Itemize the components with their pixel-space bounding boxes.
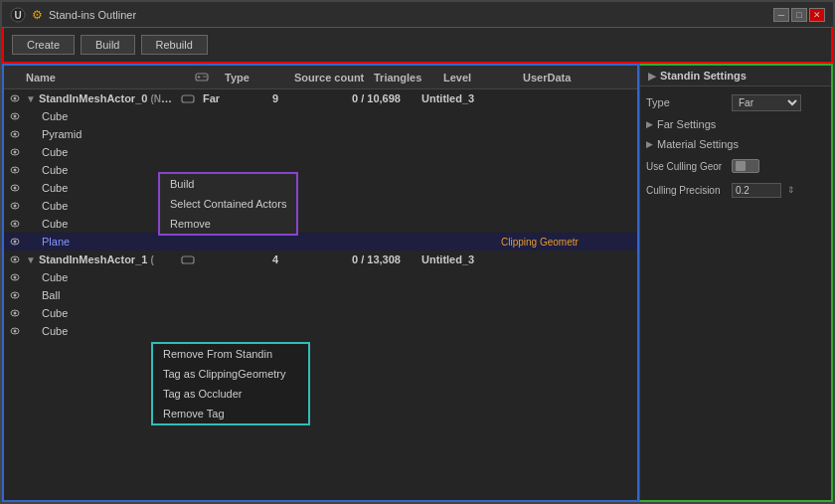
- svg-point-21: [14, 205, 17, 208]
- ctx-build[interactable]: Build: [160, 174, 296, 194]
- table-row[interactable]: Cube: [4, 179, 637, 197]
- use-culling-label: Use Culling Geor: [646, 161, 726, 172]
- svg-text:U: U: [14, 10, 21, 21]
- ue-logo: U: [10, 7, 26, 23]
- table-row[interactable]: Cube: [4, 107, 637, 125]
- row-name: Cube: [26, 164, 173, 176]
- type-row: Type Far Near: [646, 92, 825, 112]
- eye-icon: [10, 220, 20, 228]
- row-name: ▼ StandInMeshActor_1 (: [26, 253, 173, 265]
- table-row[interactable]: Cube: [4, 161, 637, 179]
- row-sourcecount: 9: [272, 92, 352, 104]
- far-settings-label: Far Settings: [657, 118, 716, 130]
- settings-content: Type Far Near ▶ Far Settings ▶ Material …: [640, 86, 831, 206]
- ctx-tag-clipping[interactable]: Tag as ClippingGeometry: [153, 364, 308, 384]
- row-triangles: 0 / 10,698: [352, 92, 421, 104]
- row-name: Cube: [26, 218, 173, 230]
- toggle-thumb: [736, 161, 746, 171]
- window-title: Stand-ins Outliner: [49, 9, 773, 21]
- visibility-toggle[interactable]: [8, 127, 22, 141]
- visibility-toggle[interactable]: [8, 181, 22, 195]
- eye-icon: [10, 148, 20, 156]
- eye-icon: [10, 291, 20, 299]
- gamepad-icon: [181, 91, 195, 105]
- svg-point-36: [14, 330, 17, 333]
- table-row[interactable]: Cube: [4, 322, 637, 340]
- svg-point-6: [205, 76, 207, 78]
- toolbar: Create Build Rebuild: [2, 28, 833, 64]
- culling-precision-input[interactable]: [732, 183, 781, 198]
- visibility-toggle[interactable]: [8, 91, 22, 105]
- title-bar: U ⚙ Stand-ins Outliner ─ □ ✕: [2, 2, 833, 28]
- build-button[interactable]: Build: [81, 35, 134, 55]
- main-window: U ⚙ Stand-ins Outliner ─ □ ✕ Create Buil…: [0, 0, 835, 504]
- close-button[interactable]: ✕: [809, 8, 825, 22]
- context-menu-top: Build Select Contained Actors Remove: [158, 172, 298, 236]
- eye-icon: [10, 184, 20, 192]
- visibility-toggle[interactable]: [8, 145, 22, 159]
- row-triangles: 0 / 13,308: [352, 253, 421, 265]
- table-row[interactable]: ▼ StandInMeshActor_0 (Not bu Far 9 0 / 1…: [4, 89, 637, 107]
- visibility-toggle[interactable]: [8, 163, 22, 177]
- visibility-toggle[interactable]: [8, 306, 22, 320]
- visibility-toggle[interactable]: [8, 252, 22, 266]
- standin-settings-panel: ▶ Standin Settings Type Far Near ▶ Far S…: [639, 64, 833, 502]
- table-row[interactable]: Cube: [4, 268, 637, 286]
- svg-point-15: [14, 151, 17, 154]
- table-row[interactable]: Pyramid: [4, 125, 637, 143]
- visibility-toggle[interactable]: [8, 217, 22, 231]
- col-header-icon: [195, 70, 225, 85]
- row-type: Far: [203, 92, 272, 104]
- table-row[interactable]: Cube: [4, 304, 637, 322]
- svg-point-25: [14, 241, 17, 244]
- culling-precision-label: Culling Precision: [646, 185, 726, 196]
- visibility-toggle[interactable]: [8, 288, 22, 302]
- minimize-button[interactable]: ─: [773, 8, 789, 22]
- row-name: Cube: [26, 307, 173, 319]
- context-menu-bottom: Remove From Standin Tag as ClippingGeome…: [151, 342, 310, 425]
- settings-panel-title: ▶ Standin Settings: [640, 66, 831, 86]
- visibility-toggle[interactable]: [8, 235, 22, 249]
- type-select[interactable]: Far Near: [732, 94, 801, 111]
- visibility-toggle[interactable]: [8, 109, 22, 123]
- material-settings-section[interactable]: ▶ Material Settings: [646, 136, 825, 152]
- ctx-tag-occluder[interactable]: Tag as Occluder: [153, 384, 308, 404]
- create-button[interactable]: Create: [12, 35, 75, 55]
- visibility-toggle[interactable]: [8, 270, 22, 284]
- col-header-triangles: Triangles: [374, 72, 443, 84]
- eye-icon: [10, 273, 20, 281]
- row-name: Cube: [26, 200, 173, 212]
- ctx-remove-tag[interactable]: Remove Tag: [153, 404, 308, 423]
- use-culling-toggle[interactable]: [732, 159, 759, 173]
- plane-row[interactable]: Plane Clipping Geometr: [4, 233, 637, 251]
- visibility-toggle[interactable]: [8, 324, 22, 338]
- col-header-type: Type: [225, 72, 294, 84]
- visibility-toggle[interactable]: [8, 199, 22, 213]
- eye-icon: [10, 202, 20, 210]
- ctx-remove-from-standin[interactable]: Remove From Standin: [153, 344, 308, 364]
- far-settings-section[interactable]: ▶ Far Settings: [646, 116, 825, 132]
- rebuild-button[interactable]: Rebuild: [141, 35, 208, 55]
- material-settings-arrow: ▶: [646, 139, 653, 149]
- eye-icon: [10, 94, 20, 102]
- ctx-remove[interactable]: Remove: [160, 214, 296, 234]
- table-header: Name Type Source count Triangles Level U…: [4, 66, 637, 89]
- table-row[interactable]: Ball: [4, 286, 637, 304]
- culling-precision-row: Culling Precision ⇕: [646, 180, 825, 200]
- eye-icon: [10, 255, 20, 263]
- table-row[interactable]: Cube: [4, 215, 637, 233]
- table-row[interactable]: Cube: [4, 197, 637, 215]
- ctx-select-contained[interactable]: Select Contained Actors: [160, 194, 296, 214]
- table-row[interactable]: ▼ StandInMeshActor_1 ( 4 0 / 13,308 Unti…: [4, 251, 637, 268]
- table-row[interactable]: Cube: [4, 143, 637, 161]
- svg-rect-9: [182, 95, 194, 102]
- col-header-sourcecount: Source count: [294, 72, 374, 84]
- culling-precision-arrows[interactable]: ⇕: [787, 185, 795, 195]
- row-name: Pyramid: [26, 128, 173, 140]
- maximize-button[interactable]: □: [791, 8, 807, 22]
- type-label: Type: [646, 96, 726, 108]
- svg-point-19: [14, 187, 17, 190]
- row-name: Cube: [26, 182, 173, 194]
- row-name: Plane: [26, 236, 173, 248]
- svg-point-23: [14, 223, 17, 226]
